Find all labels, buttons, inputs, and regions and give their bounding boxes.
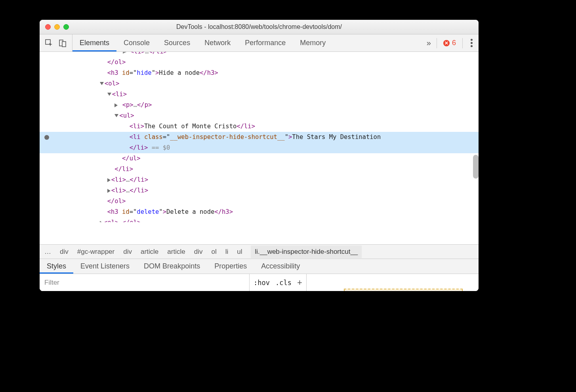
svg-rect-2 — [62, 42, 66, 47]
main-toolbar: Elements Console Sources Network Perform… — [40, 34, 479, 52]
window-title: DevTools - localhost:8080/web/tools/chro… — [40, 23, 479, 30]
tree-line[interactable]: <li> — [40, 89, 479, 100]
breadcrumb: … div #gc-wrapper div article article di… — [40, 244, 479, 259]
breadcrumb-item[interactable]: div — [194, 248, 203, 256]
error-count-label: 6 — [452, 39, 456, 47]
tree-line[interactable]: <p>…</p> — [40, 100, 479, 110]
breadcrumb-item[interactable]: ul — [237, 248, 242, 256]
tree-line[interactable]: <li>The Count of Monte Cristo</li> — [40, 121, 479, 132]
tree-line[interactable]: </ul> — [40, 153, 479, 164]
breadcrumb-item[interactable]: article — [167, 248, 185, 256]
dom-tree[interactable]: ▶ <li>…</li> </ol> <h3 id="hide">Hide a … — [40, 52, 479, 222]
window-titlebar[interactable]: DevTools - localhost:8080/web/tools/chro… — [40, 20, 479, 34]
tree-line[interactable]: <ul> — [40, 110, 479, 121]
hidden-node-indicator-icon — [44, 135, 49, 140]
toolbar-right-group: » ✕ 6 — [420, 34, 479, 51]
toolbar-divider — [437, 38, 437, 48]
box-model-preview — [344, 289, 463, 291]
settings-menu-icon[interactable] — [471, 39, 473, 48]
toolbar-left-group — [40, 34, 72, 51]
tab-elements[interactable]: Elements — [72, 34, 116, 51]
traffic-lights — [40, 24, 69, 30]
new-rule-icon[interactable]: + — [297, 278, 302, 288]
tree-line[interactable]: </li> — [40, 164, 479, 175]
styles-filter-input[interactable] — [40, 274, 250, 291]
styles-chips: :hov .cls + — [250, 274, 307, 291]
inspect-element-icon[interactable] — [44, 38, 55, 49]
vertical-scrollbar[interactable] — [473, 155, 479, 179]
tree-line[interactable]: <h3 id="delete">Delete a node</h3> — [40, 207, 479, 217]
error-icon: ✕ — [443, 40, 450, 46]
maximize-window-button[interactable] — [63, 24, 69, 30]
subtab-accessibility[interactable]: Accessibility — [254, 259, 307, 274]
overflow-tabs-icon[interactable]: » — [425, 38, 433, 48]
tree-line-selected[interactable]: </li> == $0 — [40, 143, 479, 153]
breadcrumb-item[interactable]: div — [60, 248, 69, 256]
tab-sources[interactable]: Sources — [157, 34, 197, 51]
breadcrumb-item[interactable]: #gc-wrapper — [77, 248, 115, 256]
tab-memory[interactable]: Memory — [293, 34, 333, 51]
tab-network[interactable]: Network — [197, 34, 238, 51]
tree-line[interactable]: <ol>…</ol> — [40, 217, 479, 222]
subtab-dom-breakpoints[interactable]: DOM Breakpoints — [137, 259, 207, 274]
styles-toolbar: :hov .cls + — [40, 274, 479, 291]
cls-toggle[interactable]: .cls — [275, 279, 292, 287]
toolbar-divider — [462, 38, 463, 48]
breadcrumb-item[interactable]: article — [141, 248, 158, 256]
tab-performance[interactable]: Performance — [238, 34, 293, 51]
tree-line[interactable]: <li>…</li> — [40, 175, 479, 185]
breadcrumb-item-current[interactable]: li.__web-inspector-hide-shortcut__ — [251, 245, 362, 258]
styles-subtabs: Styles Event Listeners DOM Breakpoints P… — [40, 259, 479, 274]
tree-line[interactable]: </ol> — [40, 196, 479, 207]
minimize-window-button[interactable] — [54, 24, 60, 30]
breadcrumb-item[interactable]: ol — [211, 248, 216, 256]
main-tabs: Elements Console Sources Network Perform… — [72, 34, 420, 51]
hov-toggle[interactable]: :hov — [254, 279, 270, 287]
tree-line-selected[interactable]: <li class="__web-inspector-hide-shortcut… — [40, 132, 479, 143]
tree-line[interactable]: </ol> — [40, 57, 479, 68]
tree-line[interactable]: <h3 id="hide">Hide a node</h3> — [40, 68, 479, 78]
error-counter[interactable]: ✕ 6 — [441, 39, 458, 47]
elements-panel: ▶ <li>…</li> </ol> <h3 id="hide">Hide a … — [40, 52, 479, 244]
breadcrumb-item[interactable]: div — [123, 248, 132, 256]
subtab-properties[interactable]: Properties — [207, 259, 254, 274]
subtab-styles[interactable]: Styles — [40, 259, 73, 274]
devtools-window: DevTools - localhost:8080/web/tools/chro… — [40, 20, 479, 291]
subtab-event-listeners[interactable]: Event Listeners — [73, 259, 137, 274]
close-window-button[interactable] — [45, 24, 51, 30]
breadcrumb-overflow[interactable]: … — [44, 248, 51, 256]
tree-line[interactable]: ▶ <li>…</li> — [40, 52, 479, 57]
breadcrumb-item[interactable]: li — [225, 248, 229, 256]
tree-line[interactable]: <ol> — [40, 78, 479, 89]
tab-console[interactable]: Console — [116, 34, 157, 51]
device-toolbar-icon[interactable] — [57, 38, 68, 49]
tree-line[interactable]: <li>…</li> — [40, 185, 479, 196]
